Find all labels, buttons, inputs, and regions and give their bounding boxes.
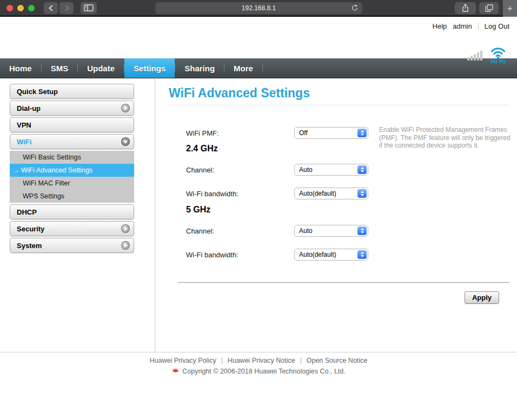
channel-24-select[interactable]: Auto: [294, 164, 368, 176]
sidebar-item-wifi-advanced-settings[interactable]: → WiFi Advanced Settings: [10, 164, 134, 177]
wifi-status: 5G Hz: [490, 46, 506, 64]
reload-button[interactable]: [351, 4, 359, 14]
bandwidth-24-row: Wi-Fi bandwidth: Auto(default): [186, 188, 509, 199]
main-panel: WiFi Advanced Settings Enable WiFi Prote…: [155, 78, 517, 352]
active-item-arrow-icon: →: [13, 166, 19, 174]
forward-button[interactable]: [59, 2, 74, 14]
sidebar-item-vpn[interactable]: VPN: [10, 117, 134, 132]
header-divider: [478, 23, 479, 30]
logout-link[interactable]: Log Out: [485, 22, 509, 30]
wifi-pmf-select[interactable]: Off: [294, 127, 368, 139]
bandwidth-24-label: Wi-Fi bandwidth:: [186, 190, 294, 198]
sidebar-toggle-button[interactable]: [81, 2, 97, 14]
page-title: WiFi Advanced Settings: [169, 86, 509, 105]
form-divider: [178, 282, 509, 283]
nav-tab-sharing[interactable]: Sharing: [175, 58, 224, 78]
footer-link-divider: [301, 357, 301, 364]
page-footer: Huawei Privacy Policy Huawei Privacy Not…: [0, 352, 517, 381]
sidebar-item-quick-setup[interactable]: Quick Setup: [10, 84, 134, 99]
channel-5-row: Channel: Auto: [186, 225, 509, 237]
channel-5-label: Channel:: [186, 227, 294, 235]
nav-tab-home[interactable]: Home: [0, 58, 41, 78]
tabs-icon: [485, 4, 493, 12]
channel-5-select[interactable]: Auto: [294, 225, 368, 237]
channel-24-row: Channel: Auto: [186, 164, 509, 176]
bandwidth-24-select[interactable]: Auto(default): [294, 188, 368, 199]
nav-tab-sms[interactable]: SMS: [42, 58, 78, 78]
bandwidth-5-select[interactable]: Auto(default): [294, 249, 368, 261]
wifi-icon: [490, 46, 506, 59]
sidebar-item-wifi-basic-settings[interactable]: WiFi Basic Settings: [10, 151, 134, 164]
nav-divider: [262, 64, 263, 72]
sidebar-item-wifi[interactable]: WiFi: [10, 134, 134, 149]
channel-24-label: Channel:: [186, 166, 294, 174]
zoom-window-button[interactable]: [28, 5, 35, 11]
pmf-help-text: Enable WiFi Protected Management Frames …: [379, 126, 511, 150]
open-source-notice-link[interactable]: Open Source Notice: [307, 357, 368, 364]
chevron-right-circle-icon: [121, 224, 130, 233]
user-link[interactable]: admin: [453, 22, 472, 30]
close-window-button[interactable]: [6, 5, 13, 11]
select-stepper-icon: [357, 165, 367, 174]
show-tabs-button[interactable]: [479, 2, 499, 14]
help-link[interactable]: Help: [433, 22, 447, 30]
copyright-text: Copyright © 2006-2018 Huawei Technologie…: [182, 368, 346, 375]
signal-strength-icon: [467, 51, 482, 64]
address-bar[interactable]: 192.168.8.1: [155, 2, 362, 14]
huawei-logo-icon: [171, 367, 180, 375]
select-stepper-icon: [357, 129, 367, 137]
sidebar-item-dial-up[interactable]: Dial-up: [10, 101, 134, 116]
chevron-right-circle-icon: [121, 104, 130, 112]
back-button[interactable]: [44, 2, 58, 14]
content-area: Quick Setup Dial-up VPN WiFi WiFi Basic …: [0, 78, 517, 352]
sidebar-item-wifi-mac-filter[interactable]: WiFi MAC Filter: [10, 177, 134, 190]
browser-chrome: 192.168.8.1 +: [0, 0, 517, 17]
new-tab-button[interactable]: +: [503, 0, 517, 17]
nav-tab-update[interactable]: Update: [78, 58, 124, 78]
privacy-notice-link[interactable]: Huawei Privacy Notice: [228, 357, 295, 364]
window-controls: [6, 5, 35, 11]
nav-tab-more[interactable]: More: [224, 58, 262, 78]
share-button[interactable]: [455, 2, 476, 14]
section-heading-5ghz: 5 GHz: [186, 205, 509, 215]
sidebar-item-dhcp[interactable]: DHCP: [10, 204, 134, 219]
settings-sidebar: Quick Setup Dial-up VPN WiFi WiFi Basic …: [0, 78, 155, 352]
reload-icon: [351, 4, 359, 12]
bandwidth-5-label: Wi-Fi bandwidth:: [186, 251, 294, 259]
apply-button[interactable]: Apply: [465, 291, 499, 304]
wifi-submenu: WiFi Basic Settings → WiFi Advanced Sett…: [10, 151, 134, 203]
chevron-left-icon: [49, 5, 55, 11]
footer-link-divider: [222, 357, 222, 364]
sidebar-item-wps-settings[interactable]: WPS Settings: [10, 190, 134, 203]
site-header: Help admin Log Out 5G Hz: [0, 17, 517, 58]
select-stepper-icon: [357, 250, 367, 259]
bandwidth-5-row: Wi-Fi bandwidth: Auto(default): [186, 249, 509, 261]
wifi-band-label: 5G Hz: [491, 58, 506, 64]
minimize-window-button[interactable]: [17, 5, 24, 11]
chevron-right-icon: [63, 5, 69, 11]
sidebar-icon: [84, 4, 94, 11]
select-stepper-icon: [357, 226, 367, 235]
privacy-policy-link[interactable]: Huawei Privacy Policy: [150, 357, 216, 364]
share-icon: [462, 4, 469, 12]
select-stepper-icon: [357, 189, 367, 198]
main-nav: Home SMS Update Settings Sharing More: [0, 58, 517, 78]
chevron-down-circle-icon: [121, 137, 130, 146]
wifi-pmf-label: WiFi PMF:: [186, 129, 294, 137]
sidebar-item-security[interactable]: Security: [10, 221, 134, 236]
sidebar-item-system[interactable]: System: [10, 238, 134, 253]
nav-tab-settings[interactable]: Settings: [124, 58, 175, 78]
chevron-right-circle-icon: [121, 241, 130, 250]
url-text: 192.168.8.1: [242, 4, 276, 12]
